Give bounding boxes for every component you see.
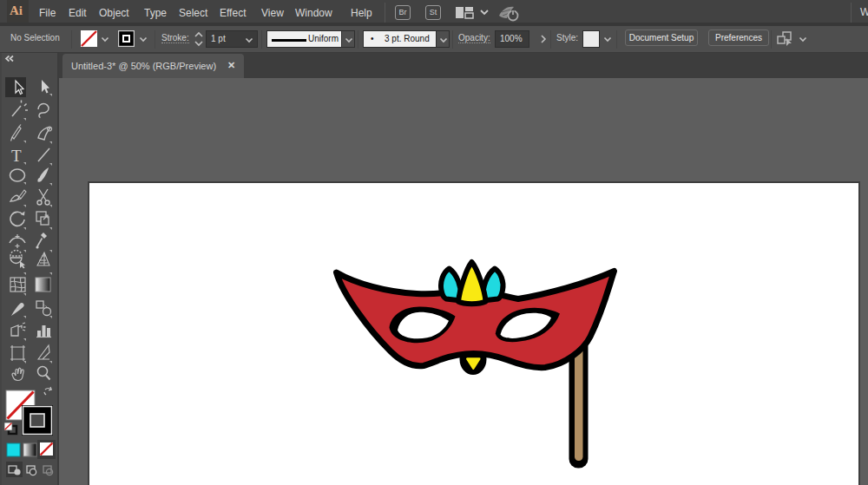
svg-text:T: T [11, 147, 22, 165]
